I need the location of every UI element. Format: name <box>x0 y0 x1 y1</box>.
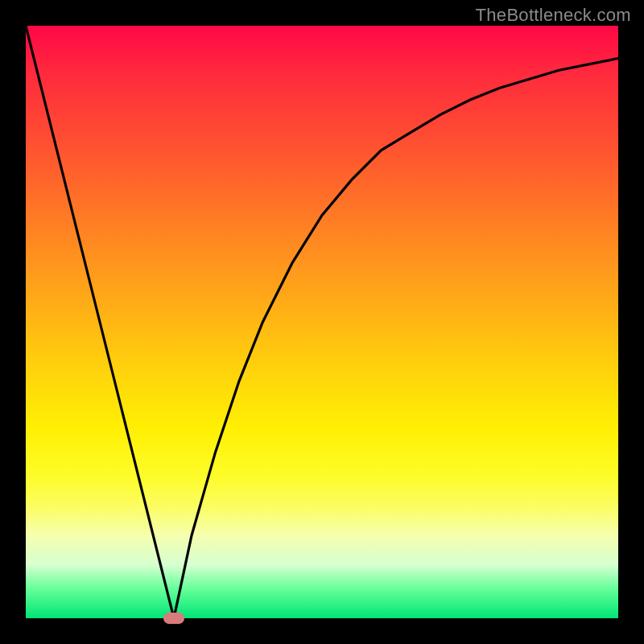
plot-area <box>26 26 618 618</box>
watermark-text: TheBottleneck.com <box>476 5 631 26</box>
curve-layer <box>26 26 618 618</box>
chart-frame: TheBottleneck.com <box>0 0 644 644</box>
bottleneck-marker <box>163 613 184 624</box>
left-line <box>26 26 174 618</box>
right-curve <box>174 58 618 618</box>
